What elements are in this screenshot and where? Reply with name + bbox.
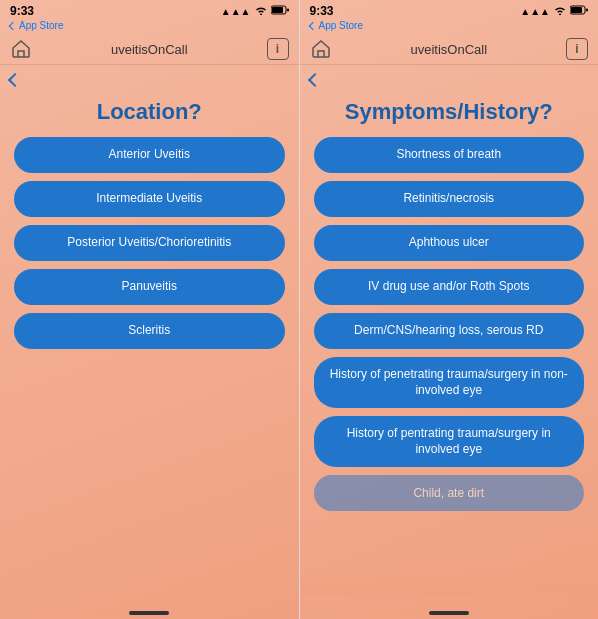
svg-rect-1	[272, 7, 283, 13]
app-store-bar-right[interactable]: App Store	[300, 20, 599, 34]
nav-bar-left: uveitisOnCall i	[0, 34, 299, 65]
right-screen: 9:33 ▲▲▲ App Store uveitisOnCall i	[299, 0, 599, 619]
battery-icon-right	[570, 5, 588, 17]
option-iv-drug-roth[interactable]: IV drug use and/or Roth Spots	[314, 269, 585, 305]
page-title-left: Location?	[0, 91, 299, 137]
nav-title-left: uveitisOnCall	[111, 42, 188, 57]
back-row-right	[300, 65, 599, 91]
home-icon-right[interactable]	[310, 38, 332, 60]
back-chevron-left	[8, 73, 22, 87]
option-retinitis-necrosis[interactable]: Retinitis/necrosis	[314, 181, 585, 217]
appstore-chevron-left	[9, 21, 17, 29]
option-shortness-breath[interactable]: Shortness of breath	[314, 137, 585, 173]
options-list-right: Shortness of breath Retinitis/necrosis A…	[300, 137, 599, 605]
home-icon-left[interactable]	[10, 38, 32, 60]
home-indicator-left	[0, 605, 299, 619]
signal-icon-left: ▲▲▲	[221, 6, 251, 17]
options-list-left: Anterior Uveitis Intermediate Uveitis Po…	[0, 137, 299, 605]
option-child-ate-dirt[interactable]: Child, ate dirt	[314, 475, 585, 511]
option-aphthous-ulcer[interactable]: Aphthous ulcer	[314, 225, 585, 261]
back-row-left	[0, 65, 299, 91]
wifi-icon-right	[553, 5, 567, 17]
option-derm-cns[interactable]: Derm/CNS/hearing loss, serous RD	[314, 313, 585, 349]
svg-rect-4	[571, 7, 582, 13]
status-bar-left: 9:33 ▲▲▲	[0, 0, 299, 20]
svg-rect-2	[287, 9, 289, 12]
home-bar-left	[129, 611, 169, 615]
home-indicator-right	[300, 605, 599, 619]
info-icon-right[interactable]: i	[566, 38, 588, 60]
option-posterior-uveitis[interactable]: Posterior Uveitis/Chorioretinitis	[14, 225, 285, 261]
appstore-chevron-right	[308, 21, 316, 29]
time-right: 9:33	[310, 4, 334, 18]
app-store-label-left: App Store	[19, 20, 63, 31]
battery-icon-left	[271, 5, 289, 17]
time-left: 9:33	[10, 4, 34, 18]
home-bar-right	[429, 611, 469, 615]
nav-title-right: uveitisOnCall	[410, 42, 487, 57]
option-scleritis[interactable]: Scleritis	[14, 313, 285, 349]
left-screen: 9:33 ▲▲▲ App Store uveitisOnCall i	[0, 0, 299, 619]
option-intermediate-uveitis[interactable]: Intermediate Uveitis	[14, 181, 285, 217]
back-chevron-right	[307, 73, 321, 87]
info-icon-left[interactable]: i	[267, 38, 289, 60]
option-history-pentrating-involved[interactable]: History of pentrating trauma/surgery in …	[314, 416, 585, 467]
option-panuveitis[interactable]: Panuveitis	[14, 269, 285, 305]
wifi-icon-left	[254, 5, 268, 17]
option-anterior-uveitis[interactable]: Anterior Uveitis	[14, 137, 285, 173]
app-store-label-right: App Store	[319, 20, 363, 31]
status-bar-right: 9:33 ▲▲▲	[300, 0, 599, 20]
app-store-bar-left[interactable]: App Store	[0, 20, 299, 34]
status-icons-left: ▲▲▲	[221, 5, 289, 17]
option-history-penetrating-non-involved[interactable]: History of penetrating trauma/surgery in…	[314, 357, 585, 408]
status-icons-right: ▲▲▲	[520, 5, 588, 17]
nav-bar-right: uveitisOnCall i	[300, 34, 599, 65]
back-button-left[interactable]	[10, 75, 22, 85]
signal-icon-right: ▲▲▲	[520, 6, 550, 17]
svg-rect-5	[586, 9, 588, 12]
page-title-right: Symptoms/History?	[300, 91, 599, 137]
back-button-right[interactable]	[310, 75, 322, 85]
